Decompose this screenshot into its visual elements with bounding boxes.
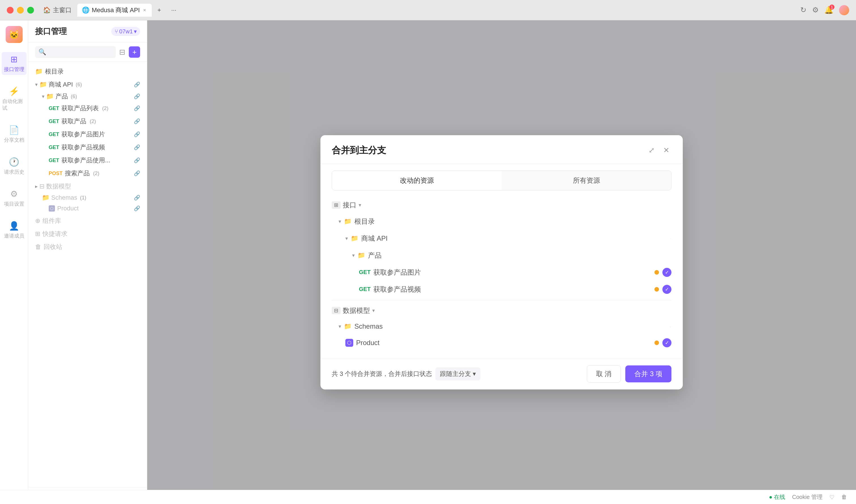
merge-button[interactable]: 合并 3 项: [625, 365, 671, 382]
nav-quick-request[interactable]: ⊞ 快捷请求: [28, 228, 147, 240]
tree-root-folder[interactable]: ▾ 📁 根目录: [332, 213, 671, 230]
status-bar: ● 在线 Cookie 管理 ♡ 🗑: [0, 490, 856, 504]
maximize-button[interactable]: [27, 7, 34, 14]
mall-api-label: 商城 API: [361, 234, 387, 243]
nav-get-product-list[interactable]: GET 获取产品列表 (2) 🔗: [28, 102, 147, 115]
chevron-down-icon: ▾: [35, 82, 38, 88]
cookie-manage[interactable]: Cookie 管理: [792, 493, 823, 501]
sidebar-item-share[interactable]: 📄 分享文档: [2, 123, 27, 146]
api-section-header[interactable]: ⊞ 接口 ▾: [332, 197, 671, 213]
dot-placeholder: ·: [669, 322, 671, 330]
nav-root[interactable]: 📁 根目录: [28, 65, 147, 78]
endpoint-label: 获取参产品视频: [62, 143, 105, 151]
branch-select[interactable]: 跟随主分支 ▾: [435, 367, 481, 380]
nav-sidebar: 接口管理 ⑂ 07w1 ▾ 🔍 ⊟ + 📁 根目录 ▾ 📁: [28, 20, 147, 504]
sidebar-item-api-management[interactable]: ⊞ 接口管理: [2, 52, 27, 75]
schema-section-icon: ⊟: [332, 307, 340, 314]
search-input[interactable]: 🔍: [35, 46, 116, 58]
check-badge[interactable]: ✓: [662, 285, 671, 294]
expand-icon[interactable]: ⤢: [647, 145, 657, 156]
folder-icon: 📁: [46, 93, 54, 100]
tree-schemas-folder[interactable]: ▾ 📁 Schemas ·: [332, 319, 671, 334]
nav-get-product[interactable]: GET 获取产品 (2) 🔗: [28, 115, 147, 128]
tab-more-button[interactable]: ···: [167, 4, 181, 16]
chevron-down-icon: ▾: [473, 370, 476, 378]
sidebar-item-project-settings[interactable]: ⚙ 项目设置: [2, 187, 27, 210]
close-button[interactable]: [7, 7, 14, 14]
branch-badge[interactable]: ⑂ 07w1 ▾: [111, 27, 140, 36]
api-management-label: 接口管理: [4, 66, 24, 73]
folder-icon: 📁: [357, 252, 365, 259]
refresh-icon[interactable]: ↻: [800, 6, 806, 14]
tree-item-controls: ✓: [654, 338, 671, 347]
modal-overlay: 合并到主分支 ⤢ ✕ 改动的资源 所有资源 ⊞ 接口: [147, 20, 856, 504]
nav-get-product-images[interactable]: GET 获取参产品图片 🔗: [28, 128, 147, 141]
chevron-down-icon: ▾: [345, 235, 348, 241]
nav-get-product-usage[interactable]: GET 获取参产品使用... 🔗: [28, 154, 147, 167]
method-get: GET: [359, 286, 370, 292]
tree-item-controls: ·: [670, 236, 671, 241]
changed-dot: [654, 287, 659, 292]
automation-icon: ⚡: [9, 86, 19, 96]
nav-schemas[interactable]: 📁 Schemas (1) 🔗: [28, 192, 147, 202]
products-label: 产品: [55, 92, 68, 101]
method-get: GET: [49, 106, 59, 111]
folder-icon: 📁: [344, 323, 352, 330]
check-badge[interactable]: ✓: [662, 338, 671, 347]
tab-home[interactable]: 🏠 主窗口: [38, 4, 76, 17]
check-badge[interactable]: ✓: [662, 268, 671, 277]
tab-all-resources[interactable]: 所有资源: [502, 171, 671, 190]
settings-icon[interactable]: ⚙: [812, 6, 819, 14]
endpoint-label: 搜索产品: [65, 169, 90, 178]
tab-medusa[interactable]: 🌐 Medusa 商城 API ✕: [77, 4, 152, 17]
tree-mall-api-folder[interactable]: ▾ 📁 商城 API ·: [332, 230, 671, 247]
endpoint-label: 获取参产品图片: [62, 130, 105, 139]
nav-product-schema[interactable]: ⬡ Product 🔗: [28, 202, 147, 214]
folder-icon: 📁: [42, 194, 50, 201]
filter-icon[interactable]: ⊟: [119, 48, 125, 57]
nav-get-product-videos[interactable]: GET 获取参产品视频 🔗: [28, 141, 147, 154]
sidebar-item-automation[interactable]: ⚡ 自动化测试: [0, 84, 28, 114]
quick-request-label: 快捷请求: [42, 230, 67, 238]
user-avatar[interactable]: [839, 5, 849, 15]
api-section-chevron: ▾: [359, 202, 361, 208]
nav-data-models[interactable]: ▸ ⊟ 数据模型: [28, 180, 147, 192]
nav-recycle-bin[interactable]: 🗑 回收站: [28, 240, 147, 253]
notification-icon[interactable]: 🔔 1: [824, 6, 833, 14]
nav-mall-api[interactable]: ▾ 📁 商城 API (6) 🔗: [28, 78, 147, 90]
tree-products-folder[interactable]: ▾ 📁 产品: [332, 247, 671, 264]
endpoint-label: 获取参产品使用...: [62, 156, 110, 165]
endpoint-label: 获取产品: [62, 117, 86, 126]
close-icon[interactable]: ✕: [661, 145, 671, 156]
tree-product-schema[interactable]: ⬡ Product ✓: [332, 334, 671, 351]
cancel-button[interactable]: 取 消: [587, 365, 621, 383]
recycle-bin-label: 回收站: [43, 243, 62, 251]
folder-icon: 📁: [39, 81, 47, 88]
traffic-lights: [7, 7, 34, 14]
feedback-icon[interactable]: ♡: [829, 494, 835, 501]
minimize-button[interactable]: [17, 7, 24, 14]
invite-label: 邀请成员: [4, 233, 24, 239]
tab-changed-resources[interactable]: 改动的资源: [332, 171, 502, 190]
add-button[interactable]: +: [129, 47, 140, 58]
tab-close-icon[interactable]: ✕: [142, 7, 147, 13]
tree-get-product-images[interactable]: GET 获取参产品图片 ✓: [332, 264, 671, 281]
nav-component-library[interactable]: ⊕ 组件库: [28, 214, 147, 228]
method-get: GET: [49, 158, 59, 163]
api-section-icon: ⊞: [332, 201, 340, 209]
new-tab-button[interactable]: +: [153, 4, 165, 16]
nav-post-search[interactable]: POST 搜索产品 (2) 🔗: [28, 167, 147, 180]
dot-placeholder: ·: [670, 236, 671, 241]
trash-icon[interactable]: 🗑: [841, 494, 847, 500]
sidebar-item-invite[interactable]: 👤 邀请成员: [2, 219, 27, 241]
sidebar-item-history[interactable]: 🕐 请求历史: [2, 155, 27, 178]
home-icon: 🏠: [43, 6, 51, 14]
method-get: GET: [49, 119, 59, 124]
schema-icon: ⬡: [49, 205, 55, 212]
tree-get-product-videos[interactable]: GET 获取参产品视频 ✓: [332, 281, 671, 298]
nav-products[interactable]: ▾ 📁 产品 (6) 🔗: [28, 90, 147, 102]
chevron-down-icon: ▾: [352, 252, 355, 258]
tab-bar: 🏠 主窗口 🌐 Medusa 商城 API ✕ + ···: [38, 4, 796, 17]
footer-info: 共 3 个待合并资源，合并后接口状态 跟随主分支 ▾: [332, 367, 582, 380]
schema-section-header[interactable]: ⊟ 数据模型 ▾: [332, 303, 671, 319]
